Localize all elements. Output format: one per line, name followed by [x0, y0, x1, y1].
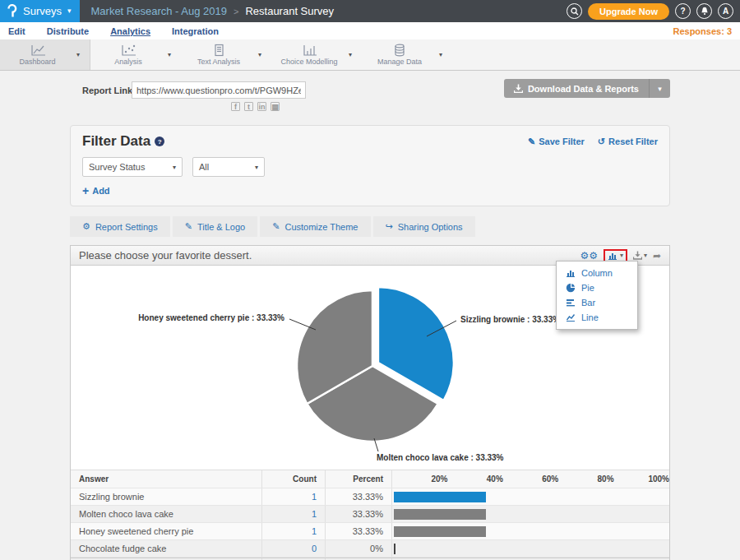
tab-title-logo[interactable]: ✎ Title & Logo	[173, 216, 258, 237]
bell-icon	[701, 7, 709, 16]
breadcrumb-current: Restaurant Survey	[245, 5, 334, 17]
axis-tick: 80%	[558, 474, 613, 484]
edit-icon: ✎	[185, 221, 192, 232]
chevron-down-icon[interactable]: ▾	[258, 51, 271, 58]
top-bar: Surveys ▾ Market Research - Aug 2019 > R…	[0, 0, 740, 22]
count-cell: 1	[261, 523, 325, 539]
add-filter-button[interactable]: + Add	[82, 184, 658, 197]
result-bar	[394, 526, 486, 537]
filter-value-select[interactable]: All ▾	[192, 157, 265, 177]
nav-edit[interactable]: Edit	[8, 26, 25, 36]
percent-cell: 0%	[325, 540, 391, 557]
report-link-input[interactable]	[132, 81, 306, 99]
chart-settings-gears-icon[interactable]: ⚙⚙	[580, 250, 598, 261]
report-link-label: Report Link	[82, 82, 132, 99]
tab-customize-theme[interactable]: ✎ Customize Theme	[260, 216, 370, 237]
bar-chart-icon	[608, 252, 617, 260]
facebook-icon[interactable]: f	[231, 102, 240, 111]
search-button[interactable]	[567, 3, 582, 19]
download-options-caret[interactable]: ▾	[649, 79, 670, 98]
count-cell: 1	[261, 488, 325, 505]
notifications-button[interactable]	[696, 3, 712, 19]
nav-integration[interactable]: Integration	[172, 26, 219, 36]
axis-tick: 40%	[447, 474, 502, 484]
document-icon	[210, 44, 228, 57]
chart-type-menu: Column Pie Bar	[556, 261, 638, 330]
results-table: Answer Count Percent 20% 40% 60% 80% 100…	[71, 470, 669, 560]
upgrade-now-button[interactable]: Upgrade Now	[588, 3, 669, 20]
breadcrumb-parent[interactable]: Market Research - Aug 2019	[91, 5, 227, 17]
chevron-down-icon: ▾	[67, 7, 72, 15]
chevron-down-icon: ▾	[620, 252, 623, 259]
chevron-down-icon[interactable]: ▾	[168, 51, 181, 58]
toolbar-choice-modelling[interactable]: Choice Modelling ▾	[271, 39, 362, 70]
choice-modelling-chart-icon	[300, 44, 318, 57]
chevron-down-icon: ▾	[164, 164, 176, 171]
header-answer: Answer	[71, 470, 261, 488]
chevron-down-icon[interactable]: ▾	[349, 51, 362, 58]
help-button[interactable]: ?	[675, 3, 691, 19]
plus-icon: +	[82, 184, 89, 197]
percent-cell: 33.33%	[325, 506, 391, 522]
percent-cell: 33.33%	[325, 523, 391, 539]
report-tabs: ⚙ Report Settings ✎ Title & Logo ✎ Custo…	[70, 216, 670, 237]
account-button[interactable]: A	[718, 3, 733, 19]
pie-label-honey-cherry-pie: Honey sweetened cherry pie : 33.33%	[138, 313, 284, 322]
database-icon	[391, 44, 409, 57]
chevron-down-icon: ▾	[644, 252, 647, 259]
tab-sharing-options[interactable]: ↪ Sharing Options	[373, 216, 475, 237]
pie-slices	[297, 287, 454, 442]
responses-count[interactable]: Responses: 3	[673, 26, 732, 36]
axis-tick: 20%	[392, 474, 447, 484]
chevron-down-icon[interactable]: ▾	[439, 51, 452, 58]
toolbar-text-analysis[interactable]: Text Analysis ▾	[181, 39, 271, 70]
reset-filter-button[interactable]: ↺ Reset Filter	[598, 137, 658, 147]
chart-download-button[interactable]: ▾	[633, 251, 647, 260]
gear-icon: ⚙	[82, 221, 90, 232]
edit-icon: ✎	[272, 221, 280, 232]
axis-tick: 100%	[614, 474, 669, 484]
header-count: Count	[261, 470, 325, 488]
product-name: Surveys	[23, 5, 62, 17]
report-link-row: Report Link f t in ▤ Download Data & Rep…	[70, 79, 670, 117]
share-icons: f t in ▤	[231, 102, 280, 111]
column-chart-icon	[566, 269, 576, 277]
filter-data-title: Filter Data	[82, 133, 150, 150]
menu-item-line[interactable]: Line	[557, 310, 637, 325]
help-icon[interactable]: ?	[155, 137, 164, 146]
pie-chart-icon	[566, 283, 576, 293]
filter-field-select[interactable]: Survey Status ▾	[82, 157, 183, 177]
menu-item-column[interactable]: Column	[557, 266, 637, 280]
save-filter-button[interactable]: ✎ Save Filter	[528, 137, 585, 147]
table-row: Chocolate fudge cake 0 0%	[71, 540, 669, 558]
question-title: Please choose your favorite dessert.	[79, 249, 252, 261]
surveys-menu[interactable]: Surveys ▾	[0, 0, 80, 22]
questionpro-logo-icon	[7, 4, 17, 18]
menu-item-pie[interactable]: Pie	[557, 280, 637, 295]
download-icon	[633, 251, 642, 260]
menu-item-bar[interactable]: Bar	[557, 295, 637, 310]
result-bar	[394, 544, 395, 554]
tab-report-settings[interactable]: ⚙ Report Settings	[70, 216, 170, 237]
nav-distribute[interactable]: Distribute	[47, 26, 89, 36]
chevron-down-icon[interactable]: ▾	[76, 51, 90, 58]
linkedin-icon[interactable]: in	[257, 102, 266, 111]
line-chart-icon	[566, 313, 576, 322]
embed-icon[interactable]: ▤	[271, 102, 280, 111]
axis-tick: 60%	[503, 474, 558, 484]
reset-icon: ↺	[598, 137, 605, 147]
toolbar-manage-data[interactable]: Manage Data ▾	[362, 39, 452, 70]
header-percent: Percent	[325, 470, 391, 488]
search-icon	[571, 7, 579, 16]
toolbar-dashboard[interactable]: Dashboard ▾	[0, 39, 90, 70]
download-data-reports-button[interactable]: Download Data & Reports	[504, 79, 649, 98]
result-bar	[394, 492, 486, 502]
nav-analytics[interactable]: Analytics	[110, 26, 150, 36]
scatter-chart-icon	[119, 44, 137, 57]
edit-icon: ✎	[528, 137, 535, 147]
table-row: Honey sweetened cherry pie 1 33.33%	[71, 523, 669, 540]
toolbar-analysis[interactable]: Analysis ▾	[90, 39, 181, 70]
question-chart-panel: Please choose your favorite dessert. ⚙⚙ …	[70, 245, 670, 560]
chart-share-icon[interactable]: ➦	[653, 250, 661, 261]
twitter-icon[interactable]: t	[244, 102, 253, 111]
